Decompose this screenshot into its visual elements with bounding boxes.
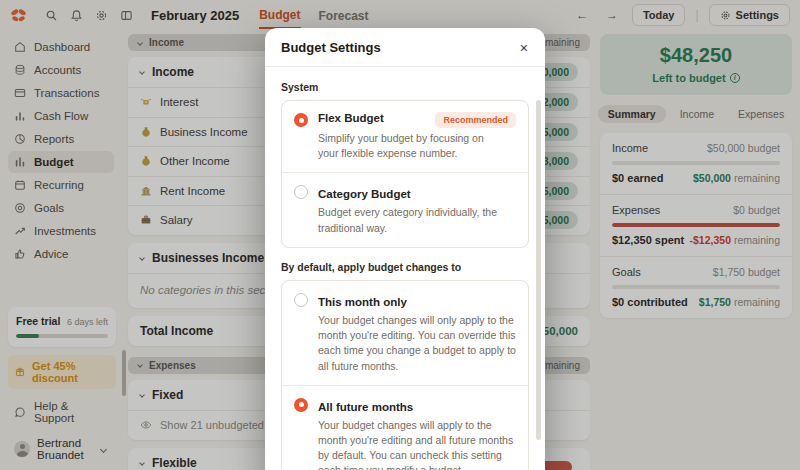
modal-scrollbar-thumb[interactable] [536, 100, 541, 440]
app-window: February 2025 Budget Forecast ← → Today … [0, 0, 800, 470]
radio-selected-icon[interactable] [294, 398, 308, 412]
apply-options-card: This month only Your budget changes will… [281, 280, 529, 470]
option-category-budget[interactable]: Category Budget Budget every category in… [282, 172, 528, 246]
budget-settings-modal: Budget Settings × System Flex Budget Rec… [265, 28, 545, 470]
apply-section-label: By default, apply budget changes to [281, 261, 529, 273]
radio-unselected-icon[interactable] [294, 293, 308, 307]
option-all-future-months[interactable]: All future months Your budget changes wi… [282, 385, 528, 470]
recommended-badge: Recommended [435, 112, 516, 128]
system-options-card: Flex Budget Recommended Simplify your bu… [281, 100, 529, 248]
option-flex-budget[interactable]: Flex Budget Recommended Simplify your bu… [282, 101, 528, 172]
radio-unselected-icon[interactable] [294, 185, 308, 199]
radio-selected-icon[interactable] [294, 113, 308, 127]
close-icon[interactable]: × [519, 41, 529, 55]
system-section-label: System [281, 81, 529, 93]
option-this-month-only[interactable]: This month only Your budget changes will… [282, 281, 528, 385]
modal-title: Budget Settings [281, 40, 381, 55]
